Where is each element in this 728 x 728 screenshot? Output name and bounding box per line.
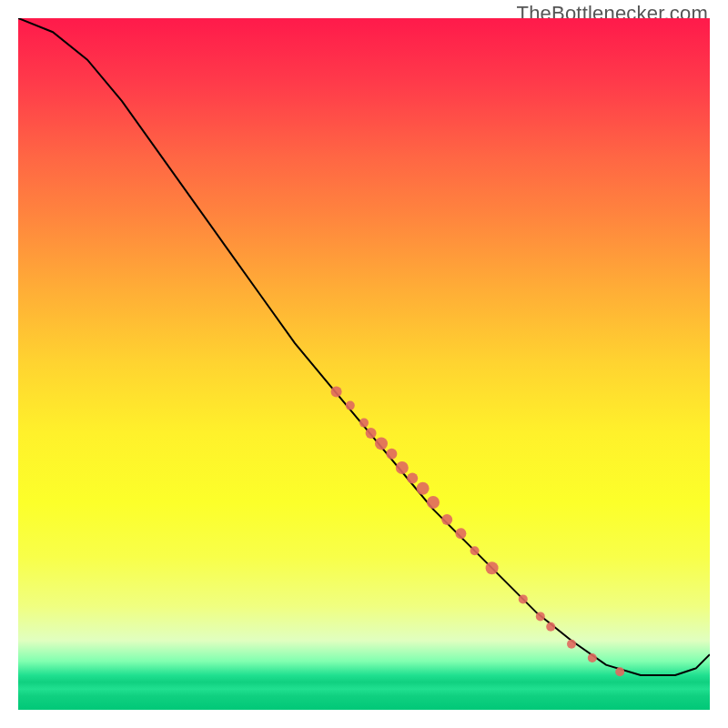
data-point (567, 640, 576, 649)
bottleneck-curve (18, 18, 710, 675)
data-point (407, 472, 418, 483)
data-point (486, 561, 499, 574)
data-point (386, 449, 397, 460)
data-point (615, 667, 624, 676)
data-point (455, 528, 466, 539)
data-point (519, 594, 528, 603)
data-point (546, 622, 555, 632)
data-point (427, 496, 440, 509)
data-point (396, 461, 409, 474)
data-point (366, 428, 377, 439)
data-point (359, 419, 369, 428)
data-points (331, 386, 625, 676)
data-point (375, 437, 388, 450)
data-point (441, 514, 452, 525)
data-point (417, 482, 430, 495)
data-point (470, 546, 480, 555)
data-point (346, 401, 355, 410)
chart-container: TheBottlenecker.com (0, 0, 728, 728)
data-point (331, 386, 342, 397)
plot-area (18, 18, 710, 710)
data-point (588, 653, 597, 662)
chart-svg (18, 18, 710, 710)
data-point (536, 612, 545, 621)
